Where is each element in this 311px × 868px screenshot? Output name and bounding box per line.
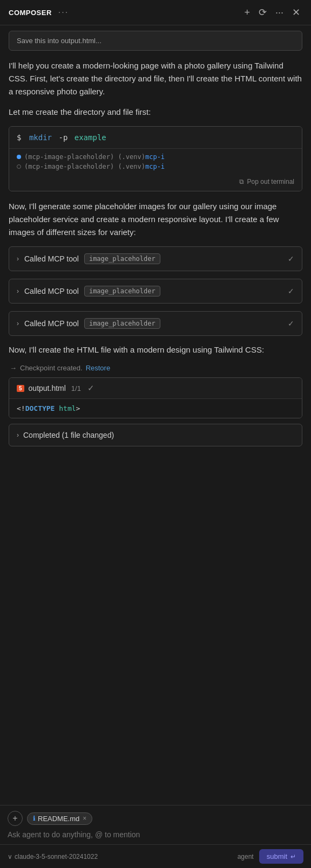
mcp-chevron-3: › [17,320,19,327]
submit-button[interactable]: submit ↵ [259,849,303,864]
mcp-chevron-2: › [17,287,19,295]
mcp-label-2: Called MCP tool [24,287,79,295]
pop-out-terminal-button[interactable]: ⧉ Pop out terminal [239,178,294,185]
attachment-bar: + ℹ README.md × [8,811,303,826]
terminal-cmd-text: mkdir [29,133,52,142]
restore-button[interactable]: Restore [86,364,111,372]
file-bar-text: Save this into output.html... [17,37,102,45]
completed-label: Completed (1 file changed) [23,431,114,439]
code-doctype-keyword: DOCTYPE [25,404,55,412]
remove-attachment-button[interactable]: × [83,815,86,822]
footer-chevron: ∨ [8,853,12,860]
process-dot-inactive [17,164,21,169]
completed-block[interactable]: › Completed (1 file changed) [9,424,302,446]
code-html-tag: html [55,404,76,412]
html-file-icon: 5 [17,385,24,392]
footer-right: agent submit ↵ [238,849,303,864]
model-selector[interactable]: ∨ claude-3-5-sonnet-20241022 [8,853,98,860]
close-icon[interactable]: ✕ [290,5,302,19]
file-meta: 1/1 [71,384,81,392]
mcp-badge-2: image_placeholder [84,286,160,297]
file-bar-cutoff: Save this into output.html... [9,31,302,51]
checkpoint-text: Checkpoint created. [20,364,83,372]
mcp-check-2: ✓ [288,287,294,295]
completed-chevron: › [17,431,19,439]
submit-label: submit [267,852,287,860]
model-name: claude-3-5-sonnet-20241022 [15,853,98,860]
history-icon[interactable]: ⟳ [256,5,269,19]
mcp-label-1: Called MCP tool [24,254,79,263]
add-attachment-button[interactable]: + [8,811,23,826]
file-checkmark: ✓ [87,383,94,393]
pop-out-label: Pop out terminal [247,178,294,185]
mcp-check-3: ✓ [288,319,294,328]
header-menu-dots[interactable]: ··· [58,8,69,17]
terminal-arg: example [75,133,106,142]
process-1-text: (mcp-image-placeholder) (.venv)mcp-i [24,153,165,161]
file-name: output.html [29,384,66,392]
agent-label: agent [238,853,254,860]
more-icon[interactable]: ··· [273,6,286,19]
terminal-block: $ mkdir -p example (mcp-image-placeholde… [9,126,302,191]
info-icon: ℹ [33,815,36,822]
terminal-process-1: (mcp-image-placeholder) (.venv)mcp-i [17,153,294,161]
checkpoint-arrow: → [10,364,17,372]
file-header: 5 output.html 1/1 ✓ [9,378,302,398]
mcp-badge-3: image_placeholder [84,318,160,329]
code-lt: <! [17,404,25,412]
prose-intro: I'll help you create a modern-looking pa… [9,59,302,98]
pop-out-icon: ⧉ [239,178,244,185]
mcp-chevron-1: › [17,255,19,263]
header: COMPOSER ··· + ⟳ ··· ✕ [0,0,311,25]
output-file-block: 5 output.html 1/1 ✓ <!DOCTYPE html> [9,377,302,418]
prose-gallery: Now, I'll generate some placeholder imag… [9,200,302,239]
mcp-label-3: Called MCP tool [24,319,79,328]
process-dot-active [17,155,21,159]
terminal-process-list: (mcp-image-placeholder) (.venv)mcp-i (mc… [9,149,302,175]
mcp-tool-block-2[interactable]: › Called MCP tool image_placeholder ✓ [9,279,302,304]
composer-title: COMPOSER [9,9,52,17]
terminal-footer: ⧉ Pop out terminal [9,175,302,191]
prose-create-dir: Let me create the directory and file fir… [9,106,302,119]
mcp-tool-block-1[interactable]: › Called MCP tool image_placeholder ✓ [9,246,302,271]
add-icon[interactable]: + [242,6,252,19]
process-2-text: (mcp-image-placeholder) (.venv)mcp-i [24,163,165,170]
mcp-check-1: ✓ [288,254,294,263]
file-code-preview: <!DOCTYPE html> [9,398,302,418]
attachment-pill: ℹ README.md × [27,812,92,825]
terminal-process-2: (mcp-image-placeholder) (.venv)mcp-i [17,163,294,170]
submit-icon: ↵ [290,853,296,860]
terminal-flag: -p [58,133,67,142]
code-gt: > [76,404,80,412]
terminal-dollar: $ [17,133,21,142]
prose-html-file: Now, I'll create the HTML file with a mo… [9,343,302,356]
attachment-name: README.md [38,815,79,823]
bottom-input-area: + ℹ README.md × [0,805,311,844]
terminal-command: $ mkdir -p example [9,127,302,148]
chat-input[interactable] [8,830,303,839]
footer-bar: ∨ claude-3-5-sonnet-20241022 agent submi… [0,844,311,868]
mcp-tool-block-3[interactable]: › Called MCP tool image_placeholder ✓ [9,311,302,336]
mcp-badge-1: image_placeholder [84,253,160,264]
checkpoint-bar: → Checkpoint created. Restore [9,364,302,372]
input-row [8,830,303,839]
main-content: Save this into output.html... I'll help … [0,25,311,805]
